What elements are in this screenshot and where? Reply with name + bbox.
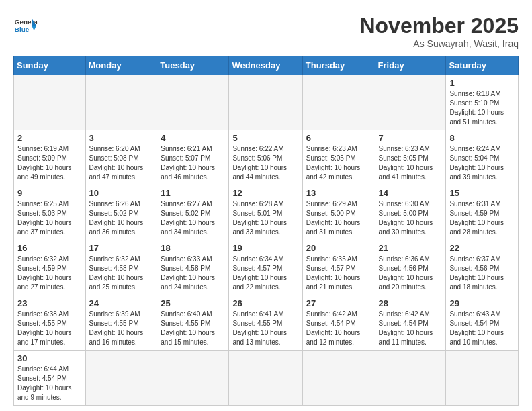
calendar-day-cell: 19Sunrise: 6:34 AM Sunset: 4:57 PM Dayli… <box>229 240 302 295</box>
day-info: Sunrise: 6:39 AM Sunset: 4:55 PM Dayligh… <box>89 310 154 347</box>
calendar-day-cell: 15Sunrise: 6:31 AM Sunset: 4:59 PM Dayli… <box>446 185 519 240</box>
day-info: Sunrise: 6:24 AM Sunset: 5:04 PM Dayligh… <box>449 144 515 182</box>
calendar-day-cell: 12Sunrise: 6:28 AM Sunset: 5:01 PM Dayli… <box>229 185 302 240</box>
day-info: Sunrise: 6:30 AM Sunset: 5:00 PM Dayligh… <box>379 199 443 237</box>
calendar-day-cell: 9Sunrise: 6:25 AM Sunset: 5:03 PM Daylig… <box>14 185 86 240</box>
day-number: 22 <box>449 243 515 253</box>
calendar-day-cell: 30Sunrise: 6:44 AM Sunset: 4:54 PM Dayli… <box>14 351 86 406</box>
day-number: 29 <box>449 298 515 308</box>
day-number: 1 <box>449 78 515 88</box>
day-number: 12 <box>232 188 298 198</box>
day-number: 9 <box>17 188 82 198</box>
calendar-day-cell <box>157 351 229 406</box>
day-number: 28 <box>379 298 443 308</box>
day-info: Sunrise: 6:21 AM Sunset: 5:07 PM Dayligh… <box>161 144 225 182</box>
title-block: November 2025 As Suwayrah, Wasit, Iraq <box>359 13 519 49</box>
day-info: Sunrise: 6:33 AM Sunset: 4:58 PM Dayligh… <box>161 255 225 292</box>
day-number: 24 <box>89 298 154 308</box>
weekday-header-friday: Friday <box>375 56 446 75</box>
calendar-week-row: 23Sunrise: 6:38 AM Sunset: 4:55 PM Dayli… <box>14 295 519 351</box>
calendar-day-cell <box>229 351 302 406</box>
weekday-header-monday: Monday <box>85 56 157 75</box>
calendar-day-cell <box>157 75 229 130</box>
calendar-day-cell: 27Sunrise: 6:42 AM Sunset: 4:54 PM Dayli… <box>302 295 375 351</box>
calendar-day-cell: 16Sunrise: 6:32 AM Sunset: 4:59 PM Dayli… <box>14 240 86 295</box>
calendar-day-cell: 25Sunrise: 6:40 AM Sunset: 4:55 PM Dayli… <box>157 295 229 351</box>
calendar-day-cell: 6Sunrise: 6:23 AM Sunset: 5:05 PM Daylig… <box>302 130 375 185</box>
day-number: 16 <box>17 243 82 253</box>
day-info: Sunrise: 6:25 AM Sunset: 5:03 PM Dayligh… <box>17 199 82 237</box>
calendar-day-cell: 23Sunrise: 6:38 AM Sunset: 4:55 PM Dayli… <box>14 295 86 351</box>
day-info: Sunrise: 6:23 AM Sunset: 5:05 PM Dayligh… <box>306 144 371 182</box>
day-info: Sunrise: 6:41 AM Sunset: 4:55 PM Dayligh… <box>232 310 298 347</box>
calendar-day-cell <box>14 75 86 130</box>
calendar-day-cell: 17Sunrise: 6:32 AM Sunset: 4:58 PM Dayli… <box>85 240 157 295</box>
calendar-table: SundayMondayTuesdayWednesdayThursdayFrid… <box>13 56 519 406</box>
calendar-day-cell: 1Sunrise: 6:18 AM Sunset: 5:10 PM Daylig… <box>446 75 519 130</box>
day-info: Sunrise: 6:36 AM Sunset: 4:56 PM Dayligh… <box>379 255 443 292</box>
day-info: Sunrise: 6:40 AM Sunset: 4:55 PM Dayligh… <box>161 310 225 347</box>
svg-marker-3 <box>32 26 36 30</box>
calendar-day-cell <box>302 75 375 130</box>
calendar-day-cell <box>229 75 302 130</box>
day-number: 18 <box>161 243 225 253</box>
calendar-day-cell: 21Sunrise: 6:36 AM Sunset: 4:56 PM Dayli… <box>375 240 446 295</box>
day-number: 27 <box>306 298 371 308</box>
day-number: 2 <box>17 133 82 143</box>
day-info: Sunrise: 6:34 AM Sunset: 4:57 PM Dayligh… <box>232 255 298 292</box>
day-info: Sunrise: 6:23 AM Sunset: 5:05 PM Dayligh… <box>379 144 443 182</box>
calendar-week-row: 1Sunrise: 6:18 AM Sunset: 5:10 PM Daylig… <box>14 75 519 130</box>
day-info: Sunrise: 6:18 AM Sunset: 5:10 PM Dayligh… <box>449 89 515 127</box>
day-number: 13 <box>306 188 371 198</box>
day-number: 19 <box>232 243 298 253</box>
day-number: 20 <box>306 243 371 253</box>
weekday-header-sunday: Sunday <box>14 56 86 75</box>
weekday-header-wednesday: Wednesday <box>229 56 302 75</box>
day-number: 26 <box>232 298 298 308</box>
day-info: Sunrise: 6:35 AM Sunset: 4:57 PM Dayligh… <box>306 255 371 292</box>
day-number: 3 <box>89 133 154 143</box>
calendar-day-cell: 22Sunrise: 6:37 AM Sunset: 4:56 PM Dayli… <box>446 240 519 295</box>
logo-icon: General Blue <box>13 13 38 38</box>
calendar-day-cell: 29Sunrise: 6:43 AM Sunset: 4:54 PM Dayli… <box>446 295 519 351</box>
day-number: 10 <box>89 188 154 198</box>
day-number: 25 <box>161 298 225 308</box>
calendar-day-cell: 3Sunrise: 6:20 AM Sunset: 5:08 PM Daylig… <box>85 130 157 185</box>
day-info: Sunrise: 6:44 AM Sunset: 4:54 PM Dayligh… <box>17 365 82 402</box>
logo: General Blue <box>13 13 38 38</box>
calendar-day-cell <box>85 351 157 406</box>
day-info: Sunrise: 6:32 AM Sunset: 4:58 PM Dayligh… <box>89 255 154 292</box>
day-info: Sunrise: 6:27 AM Sunset: 5:02 PM Dayligh… <box>161 199 225 237</box>
day-number: 8 <box>449 133 515 143</box>
calendar-day-cell: 11Sunrise: 6:27 AM Sunset: 5:02 PM Dayli… <box>157 185 229 240</box>
calendar-day-cell: 28Sunrise: 6:42 AM Sunset: 4:54 PM Dayli… <box>375 295 446 351</box>
weekday-header-row: SundayMondayTuesdayWednesdayThursdayFrid… <box>14 56 519 75</box>
day-number: 4 <box>161 133 225 143</box>
day-number: 7 <box>379 133 443 143</box>
day-number: 21 <box>379 243 443 253</box>
calendar-week-row: 9Sunrise: 6:25 AM Sunset: 5:03 PM Daylig… <box>14 185 519 240</box>
day-number: 23 <box>17 298 82 308</box>
day-info: Sunrise: 6:42 AM Sunset: 4:54 PM Dayligh… <box>306 310 371 347</box>
calendar-week-row: 30Sunrise: 6:44 AM Sunset: 4:54 PM Dayli… <box>14 351 519 406</box>
calendar-day-cell: 4Sunrise: 6:21 AM Sunset: 5:07 PM Daylig… <box>157 130 229 185</box>
day-info: Sunrise: 6:22 AM Sunset: 5:06 PM Dayligh… <box>232 144 298 182</box>
day-info: Sunrise: 6:37 AM Sunset: 4:56 PM Dayligh… <box>449 255 515 292</box>
location-subtitle: As Suwayrah, Wasit, Iraq <box>359 38 519 49</box>
day-number: 6 <box>306 133 371 143</box>
page-header: General Blue November 2025 As Suwayrah, … <box>13 13 519 49</box>
day-number: 17 <box>89 243 154 253</box>
svg-text:Blue: Blue <box>15 26 30 33</box>
month-year-title: November 2025 <box>359 13 519 38</box>
weekday-header-saturday: Saturday <box>446 56 519 75</box>
day-info: Sunrise: 6:38 AM Sunset: 4:55 PM Dayligh… <box>17 310 82 347</box>
day-info: Sunrise: 6:29 AM Sunset: 5:00 PM Dayligh… <box>306 199 371 237</box>
calendar-day-cell: 5Sunrise: 6:22 AM Sunset: 5:06 PM Daylig… <box>229 130 302 185</box>
calendar-day-cell <box>375 351 446 406</box>
day-info: Sunrise: 6:42 AM Sunset: 4:54 PM Dayligh… <box>379 310 443 347</box>
calendar-day-cell <box>375 75 446 130</box>
calendar-day-cell <box>85 75 157 130</box>
calendar-day-cell: 26Sunrise: 6:41 AM Sunset: 4:55 PM Dayli… <box>229 295 302 351</box>
day-number: 5 <box>232 133 298 143</box>
calendar-day-cell <box>446 351 519 406</box>
